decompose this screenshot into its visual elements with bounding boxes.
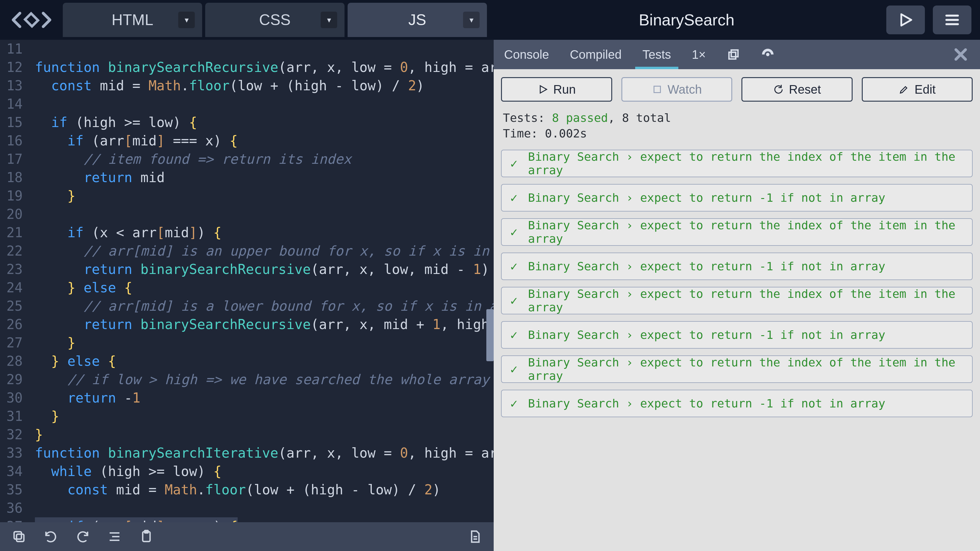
code-line[interactable]	[35, 95, 494, 113]
editor-scrollbar-thumb[interactable]	[486, 309, 494, 361]
test-label: Binary Search › expect to return -1 if n…	[528, 260, 885, 273]
copy-icon[interactable]	[4, 525, 34, 548]
language-tabs: HTML ▾ CSS ▾ JS ▾	[63, 3, 487, 37]
tab-html[interactable]: HTML ▾	[63, 3, 202, 37]
code-line[interactable]: if (x < arr[mid]) {	[35, 224, 494, 242]
edit-button[interactable]: Edit	[862, 77, 973, 102]
popout-icon[interactable]	[716, 40, 751, 69]
code-line[interactable]: function binarySearchRecursive(arr, x, l…	[35, 58, 494, 76]
tab-js-label: JS	[408, 11, 426, 29]
test-row[interactable]: ✓Binary Search › expect to return -1 if …	[501, 390, 973, 417]
reset-button[interactable]: Reset	[741, 77, 853, 102]
clipboard-icon[interactable]	[132, 525, 161, 548]
test-row[interactable]: ✓Binary Search › expect to return -1 if …	[501, 184, 973, 211]
code-line[interactable]	[35, 499, 494, 517]
undo-icon[interactable]	[36, 525, 65, 548]
tab-js[interactable]: JS ▾	[348, 3, 487, 37]
code-line[interactable]: return -1	[35, 389, 494, 407]
code-line[interactable]: return binarySearchRecursive(arr, x, mid…	[35, 315, 494, 333]
line-number: 15	[0, 113, 23, 132]
tab-css-label: CSS	[259, 11, 291, 29]
code-line[interactable]	[35, 40, 494, 58]
line-number: 35	[0, 481, 23, 499]
svg-marker-2	[901, 14, 912, 25]
editor-toolbar	[0, 522, 494, 551]
output-tabs: Console Compiled Tests 1×	[494, 40, 980, 69]
tab-html-dropdown[interactable]: ▾	[178, 12, 195, 28]
check-icon: ✓	[510, 362, 517, 376]
code-line[interactable]: return mid	[35, 168, 494, 187]
tab-console[interactable]: Console	[494, 40, 560, 69]
close-panel-icon[interactable]	[942, 40, 980, 69]
test-row[interactable]: ✓Binary Search › expect to return the in…	[501, 150, 973, 177]
document-icon[interactable]	[460, 525, 489, 548]
code-line[interactable]: }	[35, 426, 494, 444]
line-number: 21	[0, 224, 23, 242]
line-number: 13	[0, 76, 23, 95]
line-number: 25	[0, 297, 23, 315]
code-line[interactable]: }	[35, 407, 494, 426]
tab-css-dropdown[interactable]: ▾	[321, 12, 337, 28]
code-editor[interactable]: 1112131415161718192021222324252627282930…	[0, 40, 494, 522]
code-line[interactable]	[35, 205, 494, 224]
line-number: 30	[0, 389, 23, 407]
tab-css[interactable]: CSS ▾	[205, 3, 345, 37]
code-line[interactable]: }	[35, 187, 494, 205]
code-line[interactable]: if (arr[mid] === x) {	[35, 132, 494, 150]
code-content[interactable]: function binarySearchRecursive(arr, x, l…	[28, 40, 494, 522]
tab-compiled[interactable]: Compiled	[560, 40, 632, 69]
top-bar: HTML ▾ CSS ▾ JS ▾ BinarySearch	[0, 0, 980, 40]
run-button[interactable]: Run	[501, 77, 612, 102]
code-line[interactable]: if (arr[mid] === x) {	[35, 517, 494, 522]
line-gutter: 1112131415161718192021222324252627282930…	[0, 40, 28, 522]
code-line[interactable]: if (high >= low) {	[35, 113, 494, 132]
line-number: 17	[0, 150, 23, 168]
redo-icon[interactable]	[68, 525, 97, 548]
code-line[interactable]: const mid = Math.floor(low + (high - low…	[35, 481, 494, 499]
line-number: 22	[0, 242, 23, 260]
test-row[interactable]: ✓Binary Search › expect to return the in…	[501, 356, 973, 383]
tab-js-dropdown[interactable]: ▾	[463, 12, 480, 28]
code-line[interactable]: while (high >= low) {	[35, 462, 494, 481]
svg-rect-6	[16, 534, 24, 541]
main-split: 1112131415161718192021222324252627282930…	[0, 40, 980, 551]
line-number: 12	[0, 58, 23, 76]
app-logo[interactable]	[0, 8, 63, 32]
project-title: BinarySearch	[487, 11, 886, 29]
test-label: Binary Search › expect to return the ind…	[528, 219, 964, 246]
test-row[interactable]: ✓Binary Search › expect to return -1 if …	[501, 321, 973, 349]
code-line[interactable]: return binarySearchRecursive(arr, x, low…	[35, 260, 494, 279]
tab-tests[interactable]: Tests	[632, 40, 681, 69]
svg-rect-15	[729, 52, 736, 59]
live-reload-icon[interactable]	[751, 40, 785, 69]
test-row[interactable]: ✓Binary Search › expect to return the in…	[501, 218, 973, 246]
line-number: 16	[0, 132, 23, 150]
format-icon[interactable]	[100, 525, 129, 548]
watch-button[interactable]: Watch	[621, 77, 733, 102]
code-line[interactable]: } else {	[35, 352, 494, 370]
line-number: 11	[0, 40, 23, 58]
test-label: Binary Search › expect to return the ind…	[528, 287, 964, 314]
test-row[interactable]: ✓Binary Search › expect to return the in…	[501, 287, 973, 314]
zoom-indicator[interactable]: 1×	[681, 40, 716, 69]
code-line[interactable]: // item found => return its index	[35, 150, 494, 168]
check-icon: ✓	[510, 191, 517, 205]
code-line[interactable]: }	[35, 333, 494, 352]
code-line[interactable]: const mid = Math.floor(low + (high - low…	[35, 76, 494, 95]
line-number: 31	[0, 407, 23, 426]
menu-button[interactable]	[933, 5, 971, 34]
test-row[interactable]: ✓Binary Search › expect to return -1 if …	[501, 252, 973, 280]
code-line[interactable]: // if low > high => we have searched the…	[35, 370, 494, 389]
tests-list: ✓Binary Search › expect to return the in…	[501, 148, 973, 417]
code-line[interactable]: // arr[mid] is an upper bound for x, so …	[35, 242, 494, 260]
line-number: 23	[0, 260, 23, 279]
code-line[interactable]: // arr[mid] is a lower bound for x, so i…	[35, 297, 494, 315]
line-number: 14	[0, 95, 23, 113]
play-button[interactable]	[886, 5, 925, 34]
check-icon: ✓	[510, 156, 517, 170]
code-line[interactable]: function binarySearchIterative(arr, x, l…	[35, 444, 494, 462]
code-line[interactable]: } else {	[35, 279, 494, 297]
check-icon: ✓	[510, 259, 517, 273]
test-label: Binary Search › expect to return -1 if n…	[528, 191, 885, 205]
tab-html-label: HTML	[111, 11, 153, 29]
